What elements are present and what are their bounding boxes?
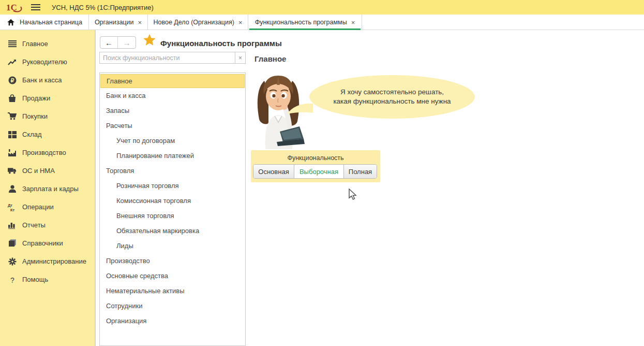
sidebar-item-label: Покупки [22, 112, 48, 120]
speech-bubble: Я хочу самостоятельно решать, какая функ… [309, 75, 475, 119]
sidebar-item-label: ОС и НМА [22, 167, 55, 175]
factory-icon [8, 149, 17, 156]
bag-icon [8, 94, 17, 103]
functionality-panel: Функциональность Основная Выборочная Пол… [251, 150, 380, 182]
sidebar-item-label: Банк и касса [22, 76, 62, 84]
pallet-icon [8, 131, 17, 138]
trend-icon [8, 59, 17, 66]
option-polnaya-button[interactable]: Полная [343, 165, 377, 178]
list-item-komissionnaya-torgovlya[interactable]: Комиссионная торговля [100, 193, 245, 208]
sidebar-item-label: Продажи [22, 94, 50, 102]
1c-logo: 1С [6, 2, 24, 12]
tab-label: Организации [95, 19, 134, 26]
tab-new-org[interactable]: Новое Дело (Организация) × [148, 15, 248, 30]
list-item-glavnoe[interactable]: Главное [100, 74, 245, 88]
list-item-bank-kassa[interactable]: Банк и касса [100, 88, 245, 103]
home-icon [7, 19, 14, 26]
sidebar-item-proizvodstvo[interactable]: Производство [0, 143, 95, 162]
sidebar-item-label: Администрирование [22, 257, 86, 265]
clear-search-icon[interactable]: × [235, 52, 246, 64]
sidebar-item-label: Помощь [22, 276, 48, 283]
menu-icon [8, 40, 17, 47]
sidebar-item-otchety[interactable]: Отчеты [0, 216, 95, 234]
tab-label: Новое Дело (Организация) [153, 19, 234, 26]
close-icon[interactable]: × [138, 19, 142, 26]
mouse-cursor [348, 189, 358, 203]
main-menu-icon[interactable] [31, 4, 40, 10]
section-heading: Главное [254, 54, 286, 63]
option-vyborochnaya-button[interactable]: Выборочная [294, 165, 343, 178]
list-item-osnovnye-sredstva[interactable]: Основные средства [100, 268, 245, 283]
sidebar-item-spravochniki[interactable]: Справочники [0, 234, 95, 252]
window-titlebar: 1С УСН, НДС 5% (1С:Предприятие) [0, 0, 644, 15]
sidebar-item-label: Руководителю [22, 58, 67, 66]
sidebar-item-label: Отчеты [22, 221, 46, 229]
sidebar-item-bank-kassa[interactable]: ₽ Банк и касса [0, 71, 95, 89]
sidebar-item-label: Операции [22, 203, 54, 211]
ruble-coin-icon: ₽ [8, 76, 17, 84]
sidebar-item-pokupki[interactable]: Покупки [0, 107, 95, 125]
person-icon [8, 185, 17, 193]
bubble-text-line1: Я хочу самостоятельно решать, [340, 88, 444, 97]
bubble-text-line2: какая функциональность мне нужна [333, 97, 451, 106]
svg-text:₽: ₽ [10, 77, 14, 83]
window-title: УСН, НДС 5% (1С:Предприятие) [52, 4, 154, 11]
sidebar-item-prodazhi[interactable]: Продажи [0, 89, 95, 107]
bar-chart-icon [8, 222, 17, 229]
books-icon [8, 239, 17, 247]
functionality-segmented-control: Основная Выборочная Полная [253, 164, 377, 179]
main-area: ← → Функциональность программы × Главное… [96, 30, 644, 346]
list-item-raschety[interactable]: Расчеты [100, 118, 245, 133]
sidebar-item-pomosch[interactable]: ? Помощь [0, 270, 95, 289]
sidebar-item-administrirovanie[interactable]: Администрирование [0, 252, 95, 270]
close-icon[interactable]: × [351, 19, 355, 26]
functionality-category-list: Главное Банк и касса Запасы Расчеты Учет… [99, 73, 246, 346]
truck-icon [8, 167, 17, 174]
svg-text:Кт: Кт [10, 207, 15, 211]
cart-icon [8, 112, 17, 120]
tab-bar: Начальная страница Организации × Новое Д… [0, 15, 644, 30]
sidebar-item-os-nma[interactable]: ОС и НМА [0, 162, 95, 180]
sidebar-item-label: Склад [22, 131, 42, 138]
list-item-zapasy[interactable]: Запасы [100, 103, 245, 118]
sidebar-item-label: Зарплата и кадры [22, 185, 79, 193]
page-title: Функциональность программы [160, 39, 282, 48]
sidebar: Главное Руководителю ₽ Банк и касса Прод… [0, 30, 95, 346]
list-item-nematerialnye-aktivy[interactable]: Нематериальные активы [100, 283, 245, 298]
tab-label: Начальная страница [20, 19, 82, 26]
tab-organizations[interactable]: Организации × [89, 15, 148, 30]
back-button[interactable]: ← [100, 37, 118, 48]
list-item-proizvodstvo[interactable]: Производство [100, 253, 245, 268]
favorite-star-icon[interactable] [143, 33, 156, 49]
question-icon: ? [8, 276, 17, 284]
list-item-uchet-po-dogovoram[interactable]: Учет по договорам [100, 133, 245, 148]
list-item-planirovanie-platezhey[interactable]: Планирование платежей [100, 148, 245, 163]
option-osnovnaya-button[interactable]: Основная [253, 165, 294, 178]
list-item-vneshnyaya-torgovlya[interactable]: Внешняя торговля [100, 208, 245, 223]
sidebar-item-rukovoditelyu[interactable]: Руководителю [0, 53, 95, 71]
dt-kt-icon: ДтКт [8, 203, 17, 211]
list-item-organizatsiya[interactable]: Организация [100, 313, 245, 328]
sidebar-item-glavnoe[interactable]: Главное [0, 35, 95, 53]
search-input[interactable] [99, 52, 235, 64]
sidebar-item-label: Производство [22, 149, 66, 156]
list-item-torgovlya[interactable]: Торговля [100, 163, 245, 178]
functionality-panel-label: Функциональность [251, 150, 380, 162]
forward-button[interactable]: → [118, 37, 136, 48]
svg-text:?: ? [10, 276, 14, 284]
search-box: × [99, 52, 246, 64]
sidebar-item-label: Главное [22, 40, 48, 48]
list-item-obyazatelnaya-markirovka[interactable]: Обязательная маркировка [100, 223, 245, 238]
sidebar-item-operatsii[interactable]: ДтКт Операции [0, 198, 95, 216]
tab-functionality[interactable]: Функциональность программы × [248, 15, 362, 30]
gear-icon [8, 257, 17, 266]
tab-label: Функциональность программы [255, 19, 347, 26]
sidebar-item-zarplata-kadry[interactable]: Зарплата и кадры [0, 180, 95, 198]
list-item-roznichnaya-torgovlya[interactable]: Розничная торговля [100, 178, 245, 193]
close-icon[interactable]: × [238, 19, 243, 26]
sidebar-item-label: Справочники [22, 239, 63, 247]
sidebar-item-sklad[interactable]: Склад [0, 125, 95, 143]
list-item-sotrudniki[interactable]: Сотрудники [100, 298, 245, 313]
tab-home[interactable]: Начальная страница [0, 15, 89, 30]
list-item-lidy[interactable]: Лиды [100, 238, 245, 253]
